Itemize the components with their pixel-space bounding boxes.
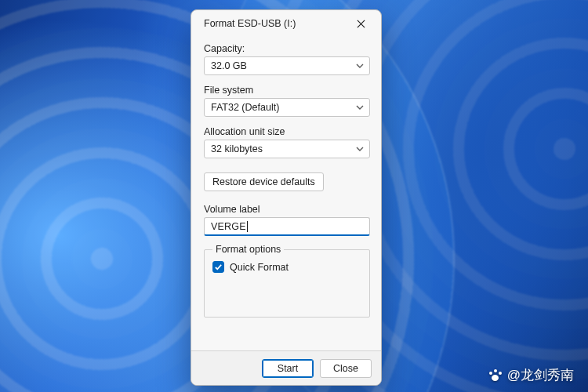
chevron-down-icon	[356, 62, 364, 70]
format-options-group: Format options Quick Format	[204, 244, 370, 318]
dialog-body: Capacity: 32.0 GB File system FAT32 (Def…	[191, 37, 381, 350]
quick-format-checkbox[interactable]	[212, 261, 224, 273]
text-caret	[247, 221, 248, 232]
format-dialog: Format ESD-USB (I:) Capacity: 32.0 GB Fi…	[191, 9, 382, 386]
capacity-value: 32.0 GB	[211, 60, 350, 71]
watermark: @龙剑秀南	[488, 366, 574, 384]
capacity-select[interactable]: 32.0 GB	[204, 56, 370, 75]
start-button[interactable]: Start	[262, 359, 314, 378]
chevron-down-icon	[356, 145, 364, 153]
paw-icon	[488, 368, 503, 383]
capacity-label: Capacity:	[204, 43, 370, 54]
restore-defaults-button[interactable]: Restore device defaults	[204, 172, 324, 191]
allocation-select[interactable]: 32 kilobytes	[204, 140, 370, 158]
dialog-title: Format ESD-USB (I:)	[204, 18, 347, 29]
volume-label-caption: Volume label	[204, 204, 370, 215]
check-icon	[214, 263, 223, 271]
watermark-text: @龙剑秀南	[507, 366, 574, 384]
quick-format-label: Quick Format	[230, 262, 289, 273]
dialog-footer: Start Close	[191, 350, 381, 385]
allocation-value: 32 kilobytes	[211, 143, 350, 154]
format-options-legend: Format options	[212, 244, 284, 255]
filesystem-value: FAT32 (Default)	[211, 102, 350, 113]
volume-label-value: VERGE	[211, 221, 246, 232]
filesystem-label: File system	[204, 85, 370, 96]
close-button[interactable]	[347, 13, 375, 34]
quick-format-row[interactable]: Quick Format	[212, 261, 361, 273]
close-icon	[357, 20, 365, 28]
volume-label-input[interactable]: VERGE	[204, 217, 370, 236]
titlebar: Format ESD-USB (I:)	[191, 10, 381, 37]
close-footer-button[interactable]: Close	[320, 359, 372, 378]
filesystem-select[interactable]: FAT32 (Default)	[204, 98, 370, 117]
chevron-down-icon	[356, 103, 364, 111]
allocation-label: Allocation unit size	[204, 126, 370, 137]
